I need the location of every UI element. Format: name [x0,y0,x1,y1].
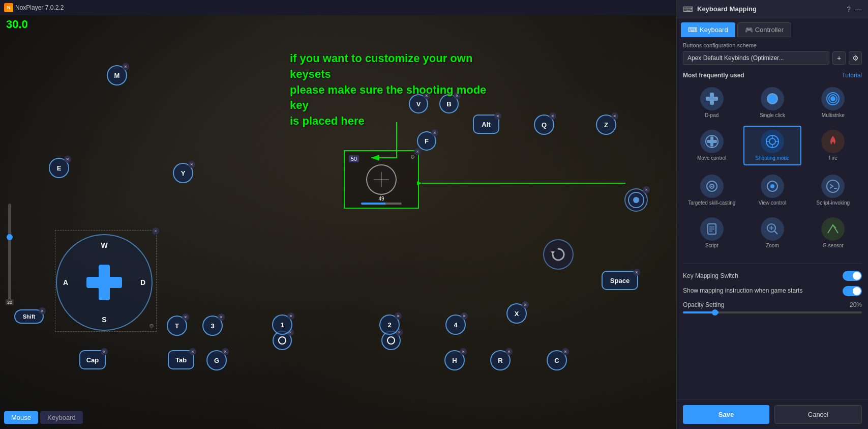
key-c[interactable]: C × [547,350,567,370]
key-cap-close[interactable]: × [101,348,108,355]
show-mapping-row: Show mapping instruction when game start… [683,286,862,296]
multistrike-icon-circle [821,87,845,110]
key-h[interactable]: H × [444,350,465,370]
key-t[interactable]: T × [167,316,187,336]
move-control-icon-item[interactable]: Move control [683,126,740,165]
targeted-skill-icon-item[interactable]: Targeted skill-casting [683,170,740,210]
view-control-icon-item[interactable]: View control [743,170,801,210]
key-g-close[interactable]: × [222,348,229,355]
controller-mode-tab[interactable]: 🎮 Controller [737,22,791,37]
svg-marker-3 [551,251,555,254]
multistrike-icon-item[interactable]: Multistrike [804,83,862,123]
move-s-label: S [102,316,106,324]
key-m-close[interactable]: × [122,63,129,70]
script-icon-circle [700,217,724,241]
key-f-close[interactable]: × [431,129,438,136]
shooting-slider[interactable] [361,203,402,205]
key-space-close[interactable]: × [633,269,640,276]
shooting-slider-value: 49 [361,196,402,202]
app-title: NoxPlayer 7.0.2.2 [15,4,64,11]
left-slider[interactable]: 20 [8,204,11,305]
zoom-icon-circle [761,217,784,241]
shooting-gear-icon[interactable]: ⚙ [410,154,415,160]
key-1[interactable]: 1 × [272,314,292,335]
key-t-close[interactable]: × [182,313,189,321]
shooting-close[interactable]: × [414,148,421,155]
dpad-icon-item[interactable]: D-pad [683,83,740,123]
save-button[interactable]: Save [683,405,769,424]
config-add-button[interactable]: + [832,51,846,65]
tutorial-link[interactable]: Tutorial [842,72,862,79]
key-shift[interactable]: Shift × [14,309,44,324]
keyboard-mode-tab[interactable]: ⌨ Keyboard [681,22,735,37]
key-y[interactable]: Y × [173,163,193,183]
key-r[interactable]: R × [490,350,511,370]
shooting-crosshair [366,164,397,195]
key-4-close[interactable]: × [461,312,468,320]
key-x-close[interactable]: × [522,301,529,308]
view-control-dot [633,197,639,203]
single-click-icon-item[interactable]: Single click [743,83,801,123]
targeted-skill-label: Targeted skill-casting [688,200,735,206]
key-2-close[interactable]: × [395,312,402,320]
key-tab[interactable]: Tab × [168,350,194,369]
minimize-icon[interactable]: — [855,5,862,13]
opacity-thumb [712,309,718,316]
g-sensor-icon-item[interactable]: G-sensor [804,213,862,253]
controller-mode-label: Controller [755,26,784,34]
reload-icon[interactable] [543,239,574,270]
keyboard-tab[interactable]: Keyboard [40,411,83,424]
show-mapping-toggle[interactable] [843,286,862,296]
script-invoking-icon-item[interactable]: Script-invoking [804,170,862,210]
config-settings-button[interactable]: ⚙ [849,51,862,65]
left-slider-value: 20 [6,299,14,305]
key-z-close[interactable]: × [611,112,618,120]
shooting-mode-icon-item[interactable]: Shooting mode [743,126,801,165]
key-f[interactable]: F × [417,131,436,151]
key-g[interactable]: G × [206,350,227,370]
view-close[interactable]: × [643,186,650,193]
cancel-button[interactable]: Cancel [774,405,862,424]
key-q[interactable]: Q × [534,115,554,135]
shooting-mode-control[interactable]: × 50 ⚙ 49 [344,150,419,209]
svg-rect-8 [707,140,717,143]
config-section: Buttons configuration scheme Apex Defaul… [677,37,868,68]
opacity-row: Opacity Setting 20% [683,301,862,313]
key-4[interactable]: 4 × [445,314,466,335]
mouse-tab[interactable]: Mouse [4,411,38,424]
key-x[interactable]: X × [506,303,527,324]
key-1-close[interactable]: × [287,312,294,320]
help-icon[interactable]: ? [847,5,851,13]
zoom-icon-item[interactable]: Zoom [743,213,801,253]
opacity-label: Opacity Setting [683,301,724,308]
key-shift-close[interactable]: × [39,307,46,314]
key-3-close[interactable]: × [218,313,225,321]
move-control-close[interactable]: × [152,227,159,235]
key-mapping-toggle[interactable] [843,271,862,281]
config-dropdown[interactable]: Apex Default Keybinds (Optimizer... [683,51,829,65]
key-3[interactable]: 3 × [202,316,223,336]
script-icon-item[interactable]: Script [683,213,740,253]
opacity-slider[interactable] [683,311,862,313]
key-z[interactable]: Z × [596,115,616,135]
key-space[interactable]: Space × [602,271,638,290]
key-y-close[interactable]: × [188,161,195,168]
icon-grid-row2: Targeted skill-casting View control [683,170,862,253]
freq-label: Most frequently used [683,72,744,79]
key-e-close[interactable]: × [64,156,71,163]
view-control[interactable]: × [624,188,648,212]
key-m[interactable]: M × [107,65,127,85]
game-area: N NoxPlayer 7.0.2.2 30.0 if you want to … [0,0,676,429]
key-cap[interactable]: Cap × [79,350,106,369]
key-2[interactable]: 2 × [379,314,400,335]
key-e[interactable]: E × [49,158,69,178]
key-r-close[interactable]: × [505,348,513,355]
key-tab-close[interactable]: × [189,348,196,355]
icon-grid-row1: D-pad Single click Multistrike [683,83,862,165]
key-h-close[interactable]: × [460,348,467,355]
key-c-close[interactable]: × [562,348,569,355]
key-q-close[interactable]: × [549,112,556,120]
move-control[interactable]: W A D S [56,234,153,331]
fire-icon-item[interactable]: Fire [804,126,862,165]
nox-logo-icon: N [4,3,13,12]
